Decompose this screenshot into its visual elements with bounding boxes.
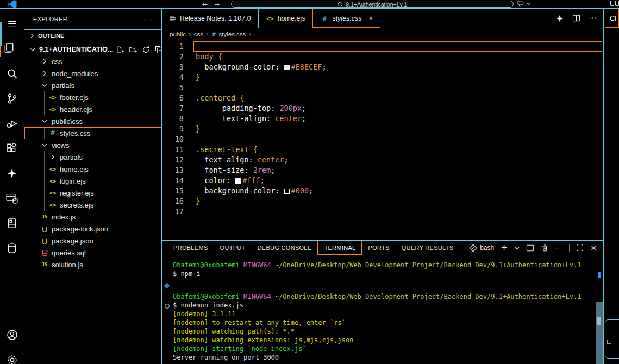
breadcrumb-item[interactable]: ... [254, 31, 259, 37]
panel-tabs: PROBLEMSOUTPUTDEBUG CONSOLETERMINALPORTS… [162, 241, 603, 255]
terminal-line: $ nodemon index.js [162, 301, 603, 310]
ejs-file-icon: <> [48, 106, 57, 112]
activity-bar-item-copilot-sparkle[interactable] [0, 162, 24, 184]
editor-tab-styles.css[interactable]: #styles.css× [312, 9, 380, 28]
tree-item-queries.sql[interactable]: queries.sql [24, 247, 161, 259]
editor-group-2-tab[interactable]: Cl [605, 9, 619, 28]
panel-tab-ports[interactable]: PORTS [362, 241, 395, 255]
editor-tab-Release-Notes-1.107.0[interactable]: Release Notes: 1.107.0 [162, 9, 259, 28]
sql-file-icon [40, 249, 49, 256]
terminal-line: Server running on port 3000 [162, 353, 603, 362]
activity-bar-item-search[interactable] [0, 62, 24, 84]
breadcrumb-item[interactable]: #styles.css [211, 31, 246, 38]
maximize-panel-icon[interactable] [576, 244, 584, 252]
activity-bar-item-run-debug[interactable] [0, 112, 24, 134]
back-button[interactable]: ← [202, 1, 208, 8]
panel-tab-output[interactable]: OUTPUT [214, 241, 252, 255]
more-icon[interactable]: ··· [555, 244, 563, 252]
activity-bar-item-account[interactable] [0, 324, 24, 346]
activity-bar-item-source-control[interactable] [0, 87, 24, 109]
tree-item-index.js[interactable]: JSindex.js [24, 211, 161, 223]
copilot-chat-button[interactable] [517, 1, 531, 7]
new-terminal-icon[interactable]: + [501, 243, 508, 253]
editor-tab-home.ejs[interactable]: <>home.ejs [259, 9, 313, 28]
tree-item-header.ejs[interactable]: <>header.ejs [24, 103, 161, 115]
code-line-12: 12 text-align: center; [162, 155, 603, 165]
indent-guide [214, 114, 214, 124]
tree-item-register.ejs[interactable]: <>register.ejs [24, 187, 161, 199]
file-tree: 9.1+AUTHENTICATIO... cssnode_modulespart… [24, 42, 161, 364]
activity-bar-item-explorer[interactable] [0, 39, 18, 57]
terminal-scrollbar[interactable] [596, 302, 603, 364]
panel-tab-query-results[interactable]: QUERY RESULTS [396, 241, 460, 255]
new-file-icon[interactable] [116, 46, 124, 54]
split-editor-icon[interactable] [572, 14, 580, 22]
activity-bar-item-extensions[interactable] [0, 137, 24, 159]
breadcrumb-separator: › [206, 30, 209, 38]
terminal-command-separator [162, 286, 603, 286]
tree-item-styles.css[interactable]: #styles.css [24, 127, 161, 139]
breadcrumb-item[interactable]: public [170, 31, 186, 37]
forward-button[interactable]: → [214, 1, 220, 8]
code-line-7: 7 padding-top: 200px; [162, 103, 603, 114]
outline-section-header[interactable]: OUTLINE [24, 29, 161, 42]
kill-terminal-icon[interactable] [541, 244, 549, 252]
extensions-icon [7, 143, 18, 154]
notification-toast[interactable] [605, 319, 619, 359]
sidebar-more-actions-icon[interactable]: ··· [144, 15, 153, 23]
collapse-all-icon[interactable] [155, 46, 161, 54]
close-panel-icon[interactable]: × [590, 243, 597, 252]
more-actions-icon[interactable] [589, 14, 597, 22]
chevron-down-icon [40, 141, 49, 149]
tree-item-home.ejs[interactable]: <>home.ejs [24, 163, 161, 175]
command-center-search[interactable]: 9.1+Authentication+Lv.1 [231, 1, 514, 8]
tree-item-package-lock.json[interactable]: {}package-lock.json [24, 223, 161, 235]
activity-bar-item-remote-explorer[interactable] [0, 212, 24, 234]
tree-item-partials[interactable]: partials [24, 79, 161, 91]
activity-bar-item-settings-gear[interactable] [0, 349, 24, 364]
tree-item-secrets.ejs[interactable]: <>secrets.ejs [24, 199, 161, 211]
menu-icon [7, 18, 17, 29]
breadcrumb[interactable]: public› css› #styles.css› ... [162, 28, 603, 40]
breadcrumb-item[interactable]: css [194, 31, 203, 37]
code-line-10: 10 [162, 134, 603, 145]
panel-tab-debug-console[interactable]: DEBUG CONSOLE [252, 241, 318, 255]
tree-item-package.json[interactable]: {}package.json [24, 235, 161, 247]
activity-bar-item-database[interactable] [0, 237, 24, 259]
sparkle-icon[interactable] [555, 14, 564, 23]
tree-item-public-css[interactable]: public\css [24, 115, 161, 127]
code-line-5: 5 [162, 83, 603, 93]
code-line-8: 8 text-align: center; [162, 114, 603, 124]
code-line-9: 9} [162, 124, 603, 134]
bottom-panel: PROBLEMSOUTPUTDEBUG CONSOLETERMINALPORTS… [162, 240, 603, 364]
tree-root-folder[interactable]: 9.1+AUTHENTICATIO... [24, 43, 161, 55]
new-folder-icon[interactable] [129, 46, 137, 54]
panel-tab-problems[interactable]: PROBLEMS [167, 241, 214, 255]
terminal-line: [nodemon] watching path(s): *.* [162, 327, 603, 336]
activity-bar-item-sqltools[interactable] [0, 187, 24, 209]
dropdown-icon[interactable] [514, 246, 520, 250]
close-icon[interactable]: × [369, 15, 373, 22]
tree-item-login.ejs[interactable]: <>login.ejs [24, 175, 161, 187]
indent-guide [197, 165, 197, 175]
tree-item-footer.ejs[interactable]: <>footer.ejs [24, 91, 161, 103]
activity-bar-item-menu[interactable] [0, 12, 24, 34]
tree-item-node-modules[interactable]: node_modules [24, 67, 161, 79]
refresh-icon[interactable] [142, 46, 150, 54]
chevron-right-icon [28, 32, 36, 40]
bash-icon [469, 244, 477, 252]
tree-item-css[interactable]: css [24, 55, 161, 67]
chevron-right-icon [40, 70, 49, 77]
tree-item-views[interactable]: views [24, 139, 161, 151]
color-swatch [284, 189, 290, 194]
panel-tab-terminal[interactable]: TERMINAL [317, 241, 362, 255]
tree-item-solution.js[interactable]: JSsolution.js [24, 259, 161, 271]
code-line-13: 13 font-size: 2rem; [162, 165, 603, 175]
tree-item-partials[interactable]: partials [24, 151, 161, 163]
list [169, 15, 177, 22]
split-terminal-icon[interactable] [526, 244, 534, 252]
layout-controls-icon[interactable] [610, 1, 619, 6]
terminal[interactable]: Obafemi@0xobafemi MINGW64 ~/OneDrive/Des… [162, 255, 603, 364]
css-file-icon: # [48, 129, 57, 137]
code-editor[interactable]: 12body {3 background-color: #E8ECEF;4}56… [162, 40, 603, 240]
